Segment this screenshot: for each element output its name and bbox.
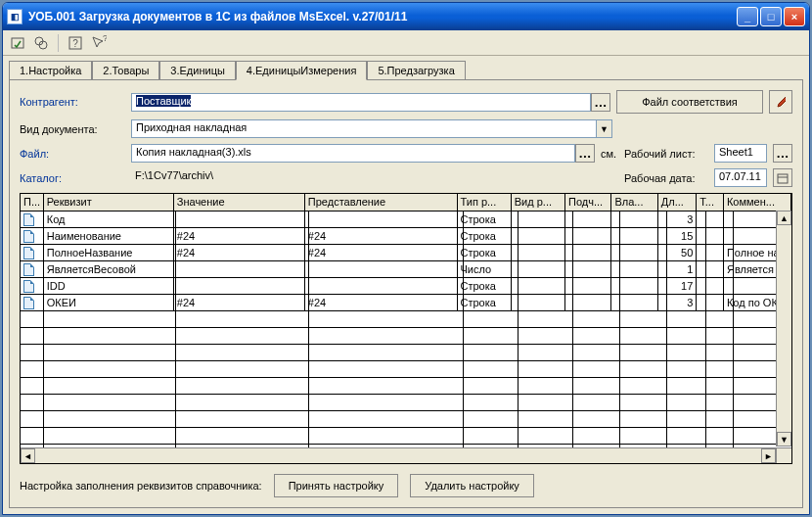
grid-header: П... Реквизит Значение Представление Тип… [21, 194, 791, 212]
help-icon[interactable]: ? [67, 34, 84, 52]
tab-settings[interactable]: 1.Настройка [9, 61, 92, 80]
vid-doc-select[interactable]: Приходная накладная [131, 119, 612, 138]
scroll-left-icon[interactable]: ◄ [21, 448, 35, 463]
date-pick-button[interactable] [773, 168, 792, 187]
toolbar-separator [58, 34, 59, 52]
chevron-down-icon[interactable]: ▼ [596, 120, 611, 137]
catalog-label: Каталог: [20, 172, 125, 184]
app-window: ◧ УОБ.001 Загрузка документов в 1С из фа… [2, 2, 810, 515]
cursor-help-icon[interactable]: ? [90, 34, 108, 52]
horizontal-scrollbar[interactable]: ◄ ► [21, 447, 776, 463]
tab-preload[interactable]: 5.Предзагрузка [367, 61, 465, 80]
svg-text:?: ? [72, 38, 78, 49]
app-icon: ◧ [7, 9, 23, 24]
col-header[interactable]: Подч... [565, 194, 611, 211]
scroll-right-icon[interactable]: ► [761, 448, 776, 463]
footer-label: Настройка заполнения реквизитов справочн… [20, 480, 262, 492]
tab-goods[interactable]: 2.Товары [92, 61, 159, 80]
match-file-button[interactable]: Файл соответствия [616, 90, 763, 114]
window-title: УОБ.001 Загрузка документов в 1С из файл… [28, 10, 737, 24]
file-input[interactable]: Копия накладная(3).xls [131, 144, 575, 163]
footer: Настройка заполнения реквизитов справочн… [20, 464, 792, 497]
see-label: см. [601, 148, 618, 160]
col-header[interactable]: Тип р... [458, 194, 512, 211]
col-header[interactable]: Значение [174, 194, 305, 211]
sheet-input[interactable]: Sheet1 [714, 144, 767, 163]
toolbar: ? ? [3, 30, 809, 56]
svg-text:?: ? [103, 35, 107, 43]
delete-settings-button[interactable]: Удалить настройку [410, 474, 534, 497]
tab-units-measure[interactable]: 4.ЕдиницыИзмерения [236, 61, 368, 80]
vid-doc-label: Вид документа: [20, 123, 125, 135]
col-header[interactable]: Дл... [658, 194, 698, 211]
date-label: Рабочая дата: [624, 172, 708, 184]
file-label: Файл: [20, 148, 125, 160]
edit-match-button[interactable] [769, 90, 792, 114]
maximize-button[interactable]: □ [760, 7, 782, 26]
col-header[interactable]: Вид р... [512, 194, 565, 211]
tab-bar: 1.Настройка 2.Товары 3.Единицы 4.Единицы… [3, 56, 809, 79]
col-header[interactable]: Коммен... [724, 194, 791, 211]
toolbar-icon-2[interactable] [32, 34, 50, 52]
svg-rect-6 [778, 174, 788, 183]
vertical-scrollbar[interactable]: ▲ ▼ [776, 211, 791, 446]
close-button[interactable]: × [784, 7, 805, 26]
date-input[interactable]: 07.07.11 [714, 168, 767, 187]
col-header[interactable]: Т... [697, 194, 724, 211]
pencil-icon [776, 95, 786, 109]
sheet-select-button[interactable]: … [773, 144, 792, 163]
col-header[interactable]: Вла... [611, 194, 657, 211]
calendar-icon [777, 172, 789, 184]
titlebar[interactable]: ◧ УОБ.001 Загрузка документов в 1С из фа… [3, 3, 809, 30]
kontragent-input[interactable]: Поставщик [131, 93, 591, 112]
tab-units[interactable]: 3.Единицы [159, 61, 236, 80]
accept-settings-button[interactable]: Принять настройку [274, 474, 399, 497]
col-header[interactable]: Представление [305, 194, 458, 211]
toolbar-icon-1[interactable] [9, 34, 26, 52]
minimize-button[interactable]: _ [737, 7, 758, 26]
col-header[interactable]: П... [21, 194, 44, 211]
kontragent-label: Контрагент: [20, 96, 125, 108]
scroll-corner [776, 447, 791, 463]
col-header[interactable]: Реквизит [44, 194, 174, 211]
scroll-down-icon[interactable]: ▼ [777, 432, 791, 446]
catalog-value: F:\1Cv77\archiv\ [131, 168, 618, 187]
tab-panel: Контрагент: Поставщик … Файл соответстви… [9, 79, 803, 508]
data-grid[interactable]: П... Реквизит Значение Представление Тип… [20, 193, 792, 464]
file-browse-button[interactable]: … [575, 144, 595, 163]
scroll-up-icon[interactable]: ▲ [777, 211, 791, 225]
kontragent-select-button[interactable]: … [591, 93, 610, 112]
sheet-label: Рабочий лист: [624, 148, 708, 160]
